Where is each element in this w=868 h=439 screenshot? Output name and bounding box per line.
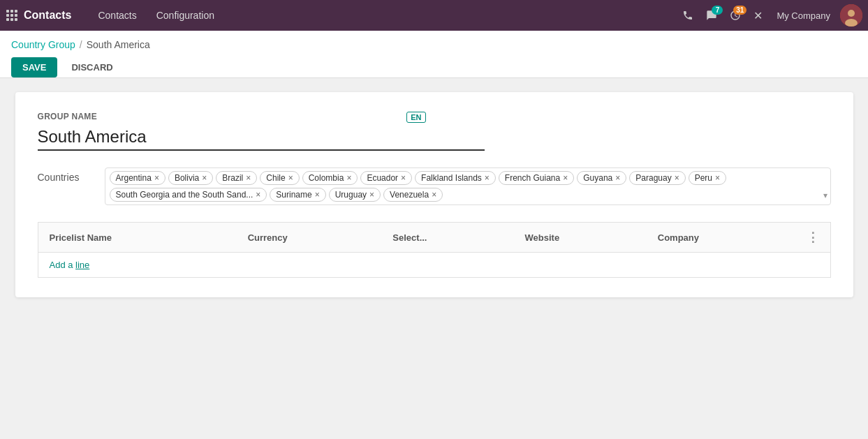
country-tag: Venezuela× bbox=[383, 188, 443, 202]
add-line-text: Add a bbox=[50, 260, 76, 270]
country-tag-label: Uruguay bbox=[335, 190, 367, 200]
add-line-word: line bbox=[75, 260, 89, 270]
svg-point-10 bbox=[848, 10, 855, 17]
country-tag: Colombia× bbox=[302, 171, 358, 185]
main-content: Group Name EN Countries Argentina×Bolivi… bbox=[0, 78, 868, 439]
grid-icon[interactable] bbox=[6, 9, 18, 22]
country-tag-label: Argentina bbox=[116, 173, 152, 183]
col-website: Website bbox=[514, 223, 647, 253]
country-tag-remove[interactable]: × bbox=[246, 174, 251, 182]
country-tag: Guyana× bbox=[577, 171, 626, 185]
country-tag-label: Paraguay bbox=[635, 173, 671, 183]
country-tag: Peru× bbox=[689, 171, 726, 185]
country-tag: Suriname× bbox=[270, 188, 325, 202]
country-tag-remove[interactable]: × bbox=[715, 174, 720, 182]
form-card: Group Name EN Countries Argentina×Bolivi… bbox=[15, 92, 853, 297]
country-tag: Ecuador× bbox=[360, 171, 412, 185]
svg-rect-1 bbox=[10, 10, 13, 13]
country-tag: French Guiana× bbox=[499, 171, 574, 185]
country-tag-remove[interactable]: × bbox=[563, 174, 568, 182]
country-tag-label: Suriname bbox=[276, 190, 311, 200]
country-tag: Chile× bbox=[260, 171, 299, 185]
country-tag-remove[interactable]: × bbox=[256, 191, 260, 199]
country-tag-remove[interactable]: × bbox=[675, 174, 679, 182]
country-tag-label: Ecuador bbox=[367, 173, 398, 183]
company-name[interactable]: My Company bbox=[771, 10, 836, 21]
action-bar: SAVE DISCARD bbox=[11, 57, 857, 77]
country-tag-label: Bolivia bbox=[175, 173, 199, 183]
breadcrumb-sep: / bbox=[80, 39, 82, 50]
country-tag-label: Brazil bbox=[222, 173, 243, 183]
country-tag-label: Venezuela bbox=[390, 190, 429, 200]
country-tag: Brazil× bbox=[216, 171, 257, 185]
col-currency: Currency bbox=[237, 223, 382, 253]
menu-contacts[interactable]: Contacts bbox=[88, 0, 146, 31]
country-tag-remove[interactable]: × bbox=[615, 174, 620, 182]
app-title: Contacts bbox=[24, 9, 71, 22]
country-tag-remove[interactable]: × bbox=[401, 174, 406, 182]
country-tag: Argentina× bbox=[110, 171, 165, 185]
country-tag: Paraguay× bbox=[629, 171, 685, 185]
top-nav: Contacts Contacts Configuration 7 31 ✕ M… bbox=[0, 0, 868, 31]
close-icon: ✕ bbox=[753, 9, 763, 22]
save-button[interactable]: SAVE bbox=[11, 57, 57, 77]
pricelist-table: Pricelist Name Currency Select... Websit… bbox=[38, 222, 831, 278]
country-tag: Bolivia× bbox=[168, 171, 213, 185]
activity-icon-btn[interactable]: 31 bbox=[726, 7, 745, 24]
svg-rect-8 bbox=[15, 18, 17, 21]
country-tag-remove[interactable]: × bbox=[315, 191, 320, 199]
country-tag-label: Chile bbox=[266, 173, 285, 183]
country-tag: South Georgia and the South Sand...× bbox=[110, 188, 267, 202]
breadcrumb-current: South America bbox=[87, 39, 150, 50]
group-name-field: Group Name EN bbox=[38, 112, 831, 151]
activity-badge: 31 bbox=[733, 6, 746, 15]
country-tag-label: Peru bbox=[695, 173, 712, 183]
country-tag-remove[interactable]: × bbox=[202, 174, 207, 182]
chat-icon-btn[interactable]: 7 bbox=[702, 7, 721, 24]
svg-rect-5 bbox=[15, 14, 17, 17]
menu-configuration[interactable]: Configuration bbox=[147, 0, 224, 31]
country-tag-remove[interactable]: × bbox=[154, 174, 159, 182]
svg-rect-7 bbox=[10, 18, 13, 21]
col-company: Company bbox=[647, 223, 795, 253]
user-avatar[interactable] bbox=[840, 4, 862, 27]
chat-badge: 7 bbox=[712, 6, 723, 15]
country-tag-label: Guyana bbox=[583, 173, 612, 183]
country-tag-remove[interactable]: × bbox=[346, 174, 351, 182]
countries-row: Countries Argentina×Bolivia×Brazil×Chile… bbox=[38, 168, 831, 205]
country-tag-remove[interactable]: × bbox=[288, 174, 293, 182]
svg-rect-2 bbox=[15, 10, 17, 13]
country-tag-label: Falkland Islands bbox=[421, 173, 482, 183]
group-name-input[interactable] bbox=[38, 124, 485, 151]
country-tag: Falkland Islands× bbox=[415, 171, 496, 185]
svg-rect-3 bbox=[6, 14, 9, 17]
country-tag-label: South Georgia and the South Sand... bbox=[116, 190, 253, 200]
countries-tags[interactable]: Argentina×Bolivia×Brazil×Chile×Colombia×… bbox=[105, 168, 831, 205]
breadcrumb-bar: Country Group / South America SAVE DISCA… bbox=[0, 31, 868, 78]
country-tag: Uruguay× bbox=[329, 188, 381, 202]
col-options: ⋮ bbox=[795, 223, 831, 253]
svg-rect-6 bbox=[6, 18, 9, 21]
close-icon-btn[interactable]: ✕ bbox=[749, 6, 767, 25]
discard-button[interactable]: DISCARD bbox=[63, 57, 121, 77]
breadcrumb: Country Group / South America bbox=[11, 39, 857, 50]
phone-icon-btn[interactable] bbox=[678, 7, 698, 24]
group-name-label: Group Name bbox=[38, 112, 831, 121]
countries-label: Countries bbox=[38, 168, 94, 183]
col-pricelist-name: Pricelist Name bbox=[38, 223, 237, 253]
country-tag-remove[interactable]: × bbox=[369, 191, 374, 199]
svg-rect-4 bbox=[10, 14, 13, 17]
country-tag-remove[interactable]: × bbox=[432, 191, 436, 199]
lang-badge[interactable]: EN bbox=[406, 112, 425, 123]
country-tag-label: Colombia bbox=[309, 173, 344, 183]
country-tag-label: French Guiana bbox=[505, 173, 560, 183]
topnav-right: 7 31 ✕ My Company bbox=[678, 4, 862, 27]
breadcrumb-parent[interactable]: Country Group bbox=[11, 39, 75, 50]
top-menu: Contacts Configuration bbox=[88, 0, 224, 31]
add-line-link[interactable]: Add a line bbox=[50, 260, 90, 270]
svg-rect-0 bbox=[6, 10, 9, 13]
country-tag-remove[interactable]: × bbox=[485, 174, 490, 182]
table-options-icon[interactable]: ⋮ bbox=[807, 230, 819, 244]
tags-dropdown-icon[interactable]: ▾ bbox=[823, 191, 827, 200]
col-select: Select... bbox=[381, 223, 513, 253]
